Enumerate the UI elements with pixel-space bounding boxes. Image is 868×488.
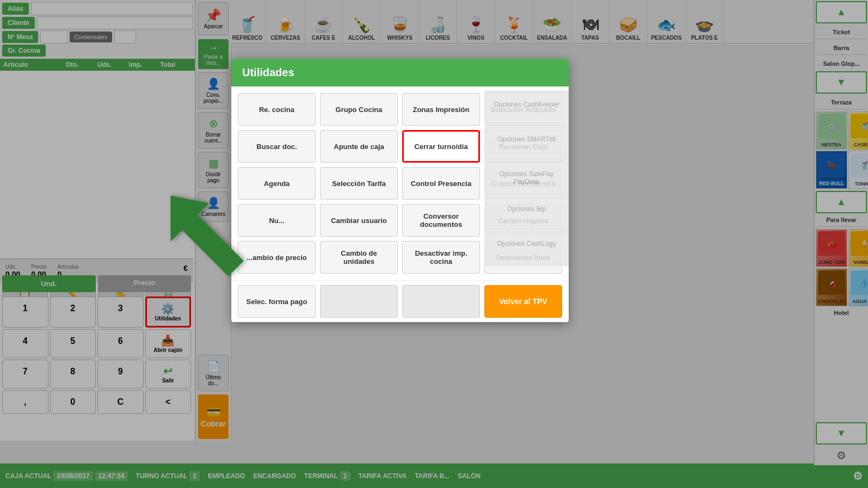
re-cocina-btn[interactable]: Re. cocina xyxy=(238,93,316,126)
control-presencia-btn[interactable]: Control Presencia xyxy=(402,167,480,200)
canjeo-regalos-btn[interactable]: Canjeo regalos xyxy=(484,204,562,237)
seleccion-tarifa-btn[interactable]: Selección Tarifa xyxy=(320,167,398,200)
conversor-documentos-btn[interactable]: Conversor documentos xyxy=(402,204,480,237)
desactivar-imp-btn[interactable]: Desactivar imp. cocina xyxy=(402,241,480,274)
utilidades-modal: Utilidades Re. cocina Grupo Cocina Zonas… xyxy=(231,59,569,322)
apunte-caja-btn[interactable]: Apunte de caja xyxy=(320,130,398,163)
cambio-unidades-btn[interactable]: Cambio de unidades xyxy=(320,241,398,274)
volver-tpv-btn[interactable]: Volver al TPV xyxy=(484,285,562,318)
buscar-doc-btn[interactable]: Buscar doc. xyxy=(238,130,316,163)
buscador-articulos-btn[interactable]: Buscador Artículos xyxy=(484,93,562,126)
selec-forma-pago-btn[interactable]: Selec. forma pago xyxy=(238,285,316,318)
footer-empty2 xyxy=(402,285,480,318)
grupo-cocina-btn[interactable]: Grupo Cocina xyxy=(320,93,398,126)
descuento-linea-btn[interactable]: Descuento línea xyxy=(484,241,562,274)
cambio-precio-btn[interactable]: ...ambio de precio xyxy=(238,241,316,274)
modal-body: Re. cocina Grupo Cocina Zonas Impresión … xyxy=(231,87,569,280)
zonas-impresion-btn[interactable]: Zonas Impresión xyxy=(402,93,480,126)
nuevo-btn[interactable]: Nu... xyxy=(238,204,316,237)
resumen-caja-btn[interactable]: Resumen Caja xyxy=(484,130,562,163)
agenda-btn[interactable]: Agenda xyxy=(238,167,316,200)
modal-footer: Selec. forma pago Volver al TPV xyxy=(231,280,569,322)
footer-empty1 xyxy=(320,285,398,318)
modal-title: Utilidades xyxy=(231,59,569,87)
cerrar-turno-btn[interactable]: Cerrar turno/día xyxy=(402,130,480,163)
cobros-pendientes-btn[interactable]: Cobros Pendientes xyxy=(484,167,562,200)
cambiar-usuario-btn[interactable]: Cambiar usuario xyxy=(320,204,398,237)
